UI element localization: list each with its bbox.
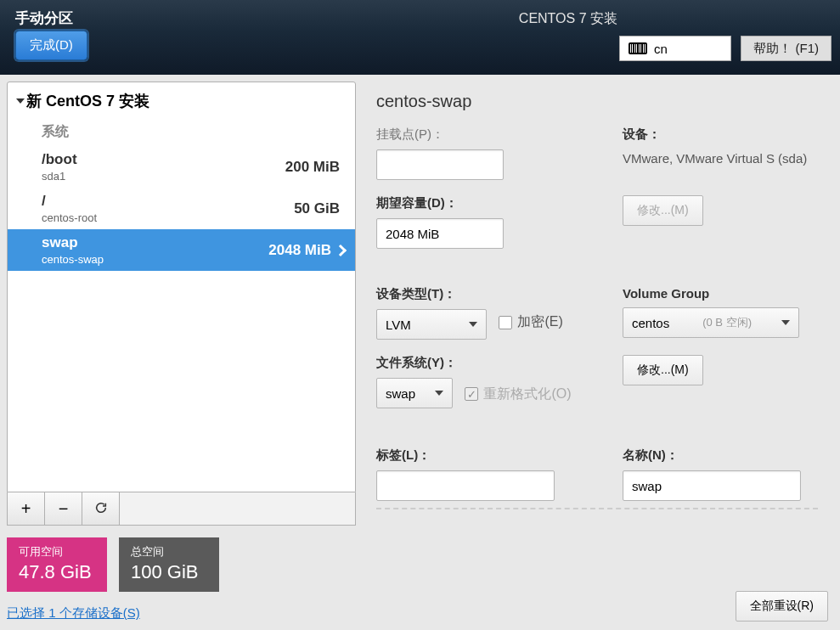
done-button[interactable]: 完成(D) [15,31,87,60]
installer-title: CENTOS 7 安装 [519,10,617,28]
keyboard-layout-label: cn [654,42,668,56]
tree-header-label: 新 CentOS 7 安装 [26,91,149,111]
partition-name: /boot [42,151,285,168]
partition-size: 200 MiB [285,159,340,176]
reset-all-button[interactable]: 全部重设(R) [736,591,828,622]
filesystem-value: swap [386,386,415,401]
separator [376,508,818,509]
volume-group-label: Volume Group [623,286,818,301]
partition-row-swap[interactable]: swap centos-swap 2048 MiB [8,229,355,271]
encrypt-checkbox[interactable] [499,316,512,329]
partition-row-root[interactable]: / centos-root 50 GiB [8,188,355,229]
partition-toolbar: + − [7,492,356,526]
topbar: 手动分区 完成(D) CENTOS 7 安装 cn 帮助！ (F1) [0,0,840,75]
filesystem-label: 文件系统(Y)： [376,355,614,371]
keyboard-icon [629,42,647,54]
remove-partition-button[interactable]: − [45,492,82,525]
chevron-down-icon [781,320,790,325]
space-summary: 可用空间 47.8 GiB 总空间 100 GiB [7,537,356,592]
volume-group-select[interactable]: centos (0 B 空闲) [623,307,799,338]
filesystem-select[interactable]: swap [376,378,453,408]
name-input[interactable] [623,470,801,501]
chevron-right-icon [335,244,347,256]
page-title: 手动分区 [15,8,73,28]
available-space-label: 可用空间 [19,544,95,560]
partition-row-boot[interactable]: /boot sda1 200 MiB [8,146,355,188]
detail-form: 挂载点(P)： 设备： VMware, VMware Virtual S (sd… [376,127,818,501]
system-section-label: 系统 [8,120,355,146]
partition-name: / [42,193,294,210]
reload-button[interactable] [82,492,120,525]
partition-device: sda1 [42,170,285,183]
help-button[interactable]: 帮助！ (F1) [741,36,832,61]
reload-icon [94,501,108,515]
keyboard-layout-indicator[interactable]: cn [619,36,731,61]
partition-device: centos-swap [42,253,268,266]
main-area: 新 CentOS 7 安装 系统 /boot sda1 200 MiB / ce… [7,82,833,622]
total-space-value: 100 GiB [131,561,207,583]
mountpoint-input[interactable] [376,149,504,180]
capacity-input[interactable] [376,218,504,249]
device-label: 设备： [623,127,818,143]
reformat-checkbox [465,387,478,401]
left-pane: 新 CentOS 7 安装 系统 /boot sda1 200 MiB / ce… [7,82,356,622]
add-partition-button[interactable]: + [8,492,45,525]
mountpoint-label: 挂载点(P)： [376,127,614,143]
tag-label: 标签(L)： [376,447,614,464]
encrypt-label: 加密(E) [517,313,562,331]
modify-device-button[interactable]: 修改...(M) [623,195,703,226]
partition-tree: 新 CentOS 7 安装 系统 /boot sda1 200 MiB / ce… [7,82,356,492]
partition-name: swap [42,234,268,251]
modify-vg-button[interactable]: 修改...(M) [623,355,703,385]
total-space-box: 总空间 100 GiB [119,537,219,592]
device-type-select[interactable]: LVM [376,309,487,340]
device-type-value: LVM [386,318,411,332]
capacity-label: 期望容量(D)： [376,195,614,211]
total-space-label: 总空间 [131,544,207,560]
name-label: 名称(N)： [623,447,818,464]
chevron-down-icon [16,98,25,104]
partition-size: 2048 MiB [268,242,331,259]
tree-header[interactable]: 新 CentOS 7 安装 [8,82,355,120]
reformat-label: 重新格式化(O) [483,385,571,403]
chevron-down-icon [435,391,443,396]
right-pane: centos-swap 挂载点(P)： 设备： VMware, VMware V… [356,82,833,622]
chevron-down-icon [469,322,477,327]
storage-devices-link[interactable]: 已选择 1 个存储设备(S) [7,605,356,622]
available-space-box: 可用空间 47.8 GiB [7,537,107,592]
partition-size: 50 GiB [294,200,340,217]
device-type-label: 设备类型(T)： [376,286,614,302]
volume-group-free: (0 B 空闲) [702,315,752,330]
volume-group-value: centos [632,316,669,330]
partition-device: centos-root [42,211,294,224]
available-space-value: 47.8 GiB [19,561,95,583]
detail-heading: centos-swap [376,92,818,111]
tag-input[interactable] [376,470,555,501]
device-text: VMware, VMware Virtual S (sda) [623,149,818,167]
